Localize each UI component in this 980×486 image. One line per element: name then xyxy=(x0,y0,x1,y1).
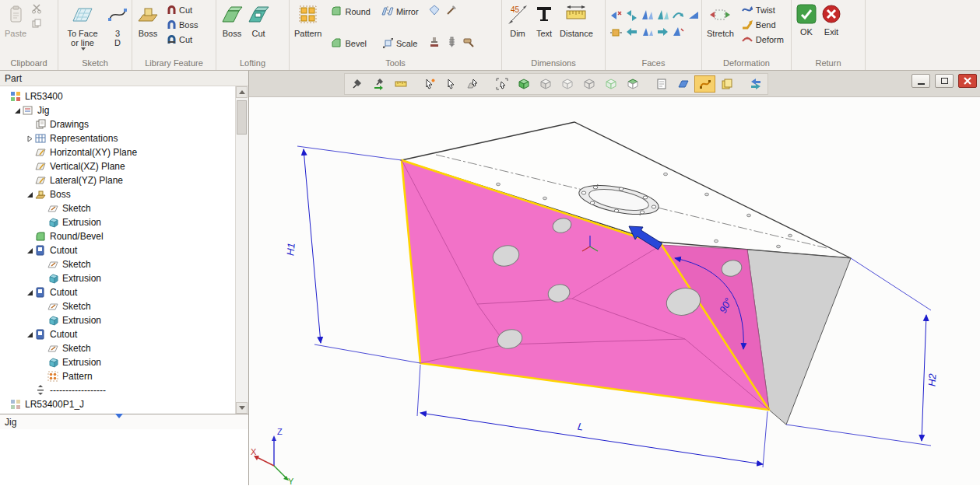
tree-item-part-root[interactable]: LR53400 xyxy=(0,89,248,103)
tree-item-extrusion[interactable]: Extrusion xyxy=(0,271,248,285)
tree-item-xz-plane[interactable]: Vertical(XZ) Plane xyxy=(0,159,248,173)
surface-button[interactable] xyxy=(673,75,694,93)
expander-closed-icon[interactable] xyxy=(26,135,35,142)
pull-face-button[interactable] xyxy=(623,26,639,40)
face-select-view-button[interactable] xyxy=(622,75,643,93)
sheet-set-button[interactable] xyxy=(716,75,737,93)
draft-sheet-button[interactable] xyxy=(651,75,672,93)
minimize-button[interactable] xyxy=(912,74,930,88)
tree-item-jig[interactable]: Jig xyxy=(0,103,248,117)
tree-item-extrusion[interactable]: Extrusion xyxy=(0,215,248,229)
offset-face-button[interactable] xyxy=(639,9,655,23)
select-face-button[interactable] xyxy=(462,75,483,93)
model-canvas[interactable]: H1 H2 L 90° Z X Y xyxy=(249,71,980,485)
pin-button[interactable] xyxy=(346,75,367,93)
thread-tool-button[interactable] xyxy=(444,36,459,51)
restore-button[interactable] xyxy=(935,74,954,88)
rotate-face-button[interactable] xyxy=(670,9,686,23)
scroll-up-button[interactable] xyxy=(236,86,248,98)
panel-splitter-handle[interactable] xyxy=(115,414,123,418)
view-shaded-button[interactable] xyxy=(535,75,556,93)
jewel-tool-button[interactable] xyxy=(427,4,442,19)
round-button[interactable]: Round xyxy=(328,4,371,19)
tree-item-cutout[interactable]: Cutout xyxy=(0,285,248,299)
expander-open-icon[interactable] xyxy=(26,247,35,254)
close-button[interactable] xyxy=(958,74,977,88)
pattern-button[interactable]: Pattern xyxy=(292,2,324,40)
stamp-tool-button[interactable] xyxy=(427,36,442,51)
tree-item-yz-plane[interactable]: Lateral(YZ) Plane xyxy=(0,173,248,187)
copy-face-button[interactable] xyxy=(655,9,670,23)
swap-view-button[interactable] xyxy=(745,75,766,93)
tree-item-extrusion[interactable]: Extrusion xyxy=(0,313,248,327)
scroll-down-button[interactable] xyxy=(236,402,248,414)
select-box-button[interactable] xyxy=(491,75,512,93)
3d-sketch-button[interactable]: 3 D xyxy=(104,2,131,49)
tree-item-separator[interactable]: ------------------ xyxy=(0,383,248,397)
distance-button[interactable]: Distance xyxy=(557,2,595,40)
ruler-button[interactable] xyxy=(390,75,411,93)
expander-open-icon[interactable] xyxy=(14,107,23,114)
select-button[interactable] xyxy=(441,75,462,93)
paste-button[interactable]: Paste xyxy=(2,2,29,40)
scrollbar-thumb[interactable] xyxy=(237,100,247,135)
bevel-button[interactable]: Bevel xyxy=(328,36,371,51)
bend-button[interactable]: Bend xyxy=(739,17,785,32)
stretch-button[interactable]: Stretch xyxy=(704,2,736,40)
scale-button[interactable]: Scale xyxy=(380,36,420,51)
library-cut-button[interactable]: Cut xyxy=(164,2,199,17)
tree-item-cutout[interactable]: Cutout xyxy=(0,327,248,341)
tree-item-sketch[interactable]: Sketch xyxy=(0,257,248,271)
tree-item-extrusion[interactable]: Extrusion xyxy=(0,355,248,369)
engrave-tool-button[interactable] xyxy=(444,4,459,19)
jig-panel-header[interactable]: Jig xyxy=(0,414,248,429)
library-boss-button[interactable]: Boss xyxy=(135,2,161,40)
library-boss-small-button[interactable]: Boss xyxy=(164,17,199,32)
pin-locate-button[interactable] xyxy=(368,75,389,93)
ok-button[interactable]: OK xyxy=(794,2,819,38)
tree-scrollbar[interactable] xyxy=(235,86,248,414)
copy-button[interactable] xyxy=(29,17,44,32)
exit-button[interactable]: Exit xyxy=(819,2,844,38)
view-hidden-button[interactable] xyxy=(557,75,578,93)
curve-tool-button[interactable] xyxy=(694,75,715,93)
solid-view-button[interactable] xyxy=(513,75,534,93)
tree-item-pattern[interactable]: Pattern xyxy=(0,369,248,383)
view-translucent-button[interactable] xyxy=(600,75,621,93)
tree-item-representations[interactable]: Representations xyxy=(0,131,248,145)
tree-item-sketch[interactable]: Sketch xyxy=(0,299,248,313)
loft-boss-button[interactable]: Boss xyxy=(219,2,245,40)
tree-item-xy-plane[interactable]: Horizontal(XY) Plane xyxy=(0,145,248,159)
cut-button[interactable] xyxy=(29,2,44,17)
match-face-button[interactable] xyxy=(655,26,670,40)
library-cut2-button[interactable]: Cut xyxy=(164,32,199,47)
mirror-button[interactable]: Mirror xyxy=(380,4,420,19)
view-wireframe-button[interactable] xyxy=(578,75,599,93)
expander-open-icon[interactable] xyxy=(26,289,35,296)
tree-item-sketch[interactable]: Sketch xyxy=(0,201,248,215)
tree-item-boss[interactable]: Boss xyxy=(0,187,248,201)
to-face-or-line-button[interactable]: To Face or line xyxy=(61,2,104,52)
viewport[interactable]: H1 H2 L 90° Z X Y xyxy=(249,71,980,485)
replace-face-button[interactable] xyxy=(670,26,686,40)
offset-face-icon xyxy=(641,9,654,24)
move-face-button[interactable] xyxy=(608,9,623,23)
text-button[interactable]: Text xyxy=(531,2,557,40)
tree-item-drawings[interactable]: Drawings xyxy=(0,117,248,131)
expander-open-icon[interactable] xyxy=(26,191,35,198)
knurl-tool-button[interactable] xyxy=(461,36,476,51)
tree-item-round-bevel[interactable]: Round/Bevel xyxy=(0,229,248,243)
deform-button[interactable]: Deform xyxy=(739,32,785,47)
loft-cut-button[interactable]: Cut xyxy=(245,2,272,40)
tilt-face-button[interactable] xyxy=(639,26,655,40)
twist-button[interactable]: Twist xyxy=(739,2,785,17)
mirror-face-button[interactable] xyxy=(686,9,701,23)
tree-item-part2[interactable]: LR53400P1_J xyxy=(0,397,248,411)
dim-button[interactable]: 45 Dim xyxy=(504,2,531,40)
expander-open-icon[interactable] xyxy=(26,331,35,338)
pattern-face-button[interactable] xyxy=(608,26,623,40)
tree-item-sketch[interactable]: Sketch xyxy=(0,341,248,355)
delete-face-button[interactable] xyxy=(623,9,639,23)
select-point-button[interactable] xyxy=(419,75,440,93)
tree-item-cutout[interactable]: Cutout xyxy=(0,243,248,257)
